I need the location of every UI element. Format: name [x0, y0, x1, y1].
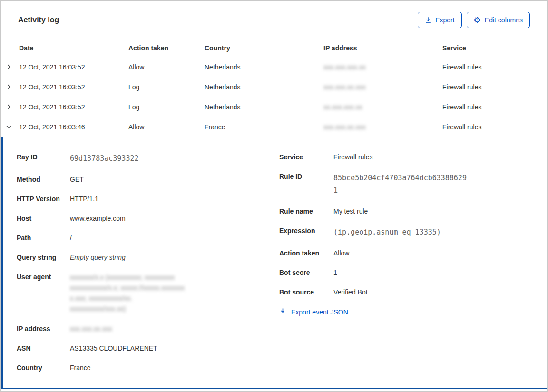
user-agent-label: User agent — [17, 272, 70, 314]
row-action-taken: Allow — [128, 123, 205, 131]
rule-id-label: Rule ID — [279, 172, 333, 196]
host-value: www.example.com — [70, 214, 126, 223]
expand-chevron-right-icon[interactable] — [1, 64, 19, 70]
event-detail-right-column: ServiceFirewall rules Rule ID85bce5b204c… — [279, 152, 533, 383]
table-row[interactable]: 12 Oct, 2021 16:03:52 Log Netherlands xx… — [1, 77, 547, 97]
export-button-label: Export — [435, 16, 454, 24]
download-icon — [425, 17, 431, 23]
ip-address-label: IP address — [17, 324, 70, 333]
gear-icon: ⚙ — [474, 16, 481, 24]
edit-columns-button[interactable]: ⚙ Edit columns — [467, 12, 530, 28]
column-header-date: Date — [19, 44, 128, 52]
bot-source-value: Verified Bot — [333, 287, 368, 297]
export-button[interactable]: Export — [418, 12, 461, 28]
row-action-taken: Allow — [128, 63, 205, 71]
expand-chevron-right-icon[interactable] — [1, 84, 19, 90]
ray-id-label: Ray ID — [17, 152, 70, 165]
table-row-expanded[interactable]: 12 Oct, 2021 16:03:46 Allow France xxx.x… — [1, 117, 547, 137]
row-ip-address-redacted: xx.xxx.xxx.xx — [323, 103, 442, 111]
table-header-row: Date Action taken Country IP address Ser… — [1, 39, 547, 57]
country-label: Country — [17, 363, 70, 372]
table-row[interactable]: 12 Oct, 2021 16:03:52 Allow Netherlands … — [1, 57, 547, 77]
event-detail-left-column: Ray ID69d13783ac393322 MethodGET HTTP Ve… — [17, 152, 279, 383]
row-date: 12 Oct, 2021 16:03:46 — [19, 123, 128, 131]
ip-address-value-redacted: xxx.xxx.xx.xxx — [70, 324, 112, 333]
query-string-label: Query string — [17, 253, 70, 262]
row-country: Netherlands — [205, 63, 323, 71]
column-header-ip-address: IP address — [323, 44, 442, 52]
table-row[interactable]: 12 Oct, 2021 16:03:52 Log Netherlands xx… — [1, 97, 547, 117]
method-label: Method — [17, 175, 70, 184]
row-service: Firewall rules — [442, 63, 547, 71]
export-event-json-label: Export event JSON — [291, 308, 348, 316]
ray-id-value: 69d13783ac393322 — [70, 152, 139, 165]
method-value: GET — [70, 175, 84, 184]
host-label: Host — [17, 214, 70, 223]
row-service: Firewall rules — [442, 103, 547, 111]
bot-score-value: 1 — [333, 268, 337, 277]
row-service: Firewall rules — [442, 83, 547, 91]
row-country: Netherlands — [205, 83, 323, 91]
rule-id-value: 85bce5b204cf4703a764dcb633886291 — [333, 172, 470, 196]
path-label: Path — [17, 233, 70, 243]
row-action-taken: Log — [128, 103, 205, 111]
expression-label: Expression — [279, 226, 333, 238]
row-country: Netherlands — [205, 103, 323, 111]
column-header-action-taken: Action taken — [128, 44, 205, 52]
column-header-country: Country — [205, 44, 323, 52]
row-ip-address-redacted: xxx.xxx.xx.xxx — [323, 83, 442, 91]
service-label: Service — [279, 152, 333, 162]
row-date: 12 Oct, 2021 16:03:52 — [19, 83, 128, 91]
row-ip-address-redacted: xxx.xxx.xxx.xx — [323, 63, 442, 71]
export-event-json-link[interactable]: Export event JSON — [279, 308, 533, 316]
page-title: Activity log — [18, 16, 59, 24]
expression-value: (ip.geoip.asnum eq 13335) — [333, 226, 441, 238]
row-date: 12 Oct, 2021 16:03:52 — [19, 63, 128, 71]
expand-chevron-right-icon[interactable] — [1, 104, 19, 110]
country-value: France — [70, 363, 91, 372]
rule-name-label: Rule name — [279, 206, 333, 216]
asn-label: ASN — [17, 343, 70, 353]
row-date: 12 Oct, 2021 16:03:52 — [19, 103, 128, 111]
http-version-value: HTTP/1.1 — [70, 194, 98, 204]
collapse-chevron-down-icon[interactable] — [1, 124, 19, 130]
topbar: Activity log Export ⚙ Edit columns — [1, 1, 547, 39]
topbar-actions: Export ⚙ Edit columns — [418, 12, 530, 28]
download-icon — [279, 308, 286, 316]
edit-columns-button-label: Edit columns — [485, 16, 523, 24]
query-string-value: Empty query string — [70, 253, 126, 262]
row-ip-address-redacted: xxx.xxx.xx.xxx — [323, 123, 442, 131]
bot-source-label: Bot source — [279, 287, 333, 297]
user-agent-value-redacted: xxxxxxx/x.x (xxxxxxxxxx; xxxxxxxxx xxxxx… — [70, 272, 185, 314]
bot-score-label: Bot score — [279, 268, 333, 277]
event-detail-panel: Ray ID69d13783ac393322 MethodGET HTTP Ve… — [1, 137, 547, 389]
action-taken-value: Allow — [333, 248, 349, 258]
row-country: France — [205, 123, 323, 131]
service-value: Firewall rules — [333, 152, 372, 162]
http-version-label: HTTP Version — [17, 194, 70, 204]
activity-log-panel: Activity log Export ⚙ Edit columns Date … — [0, 0, 548, 392]
activity-table: Date Action taken Country IP address Ser… — [1, 39, 547, 137]
asn-value: AS13335 CLOUDFLARENET — [70, 343, 157, 353]
action-taken-label: Action taken — [279, 248, 333, 258]
row-service: Firewall rules — [442, 123, 547, 131]
path-value: / — [70, 233, 72, 243]
row-action-taken: Log — [128, 83, 205, 91]
column-header-service: Service — [442, 44, 547, 52]
rule-name-value: My test rule — [333, 206, 368, 216]
